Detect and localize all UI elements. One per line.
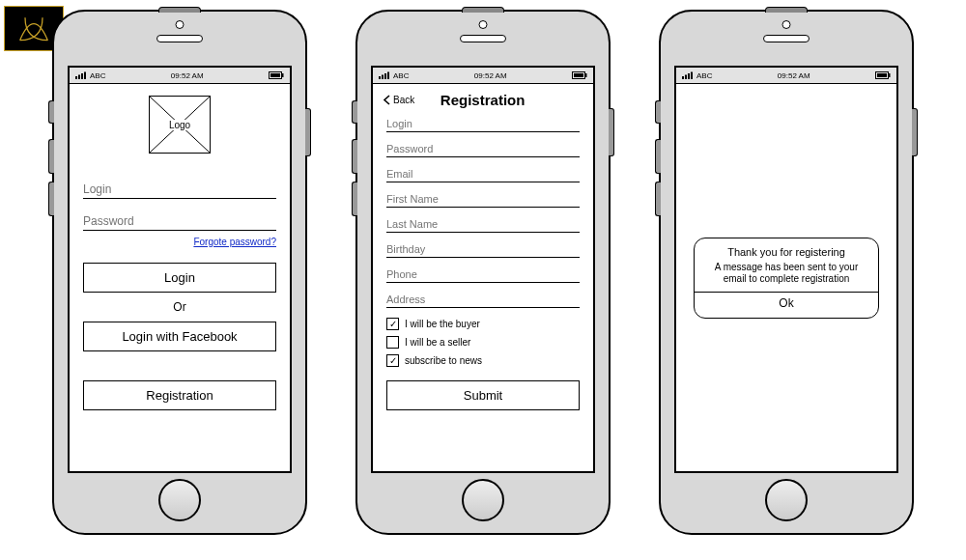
status-bar: ABC 09:52 AM <box>373 68 593 84</box>
dialog-body: A message has been sent to your email to… <box>704 262 868 286</box>
svg-rect-22 <box>889 73 891 77</box>
checkbox-news[interactable]: ✓ subscribe to news <box>386 354 580 367</box>
first-name-field[interactable] <box>386 191 580 208</box>
login-button[interactable]: Login <box>83 263 276 293</box>
mockup-confirmation: ABC 09:52 AM Thank you for registering A… <box>659 10 914 535</box>
dialog-title: Thank you for registering <box>704 246 868 258</box>
confirmation-dialog: Thank you for registering A message has … <box>694 238 879 319</box>
svg-rect-18 <box>688 73 690 79</box>
forgot-password-link[interactable]: Forgote password? <box>193 237 276 247</box>
facebook-login-button[interactable]: Login with Facebook <box>83 322 276 351</box>
checkbox-icon: ✓ <box>386 318 399 330</box>
phone-field[interactable] <box>386 266 580 283</box>
clock-label: 09:52 AM <box>171 71 204 80</box>
battery-icon <box>269 71 284 79</box>
signal-icon <box>75 71 87 79</box>
last-name-field[interactable] <box>386 216 580 233</box>
svg-rect-16 <box>682 76 684 79</box>
login-field[interactable] <box>83 181 276 199</box>
svg-rect-15 <box>585 73 587 77</box>
svg-rect-2 <box>81 73 83 79</box>
address-field[interactable] <box>386 292 580 308</box>
checkbox-seller[interactable]: I will be a seller <box>386 336 580 349</box>
checkbox-label: I will be a seller <box>405 337 470 348</box>
carrier-label: ABC <box>393 71 409 80</box>
clock-label: 09:52 AM <box>778 71 810 80</box>
ok-button[interactable]: Ok <box>695 292 878 310</box>
carrier-label: ABC <box>696 71 712 80</box>
password-field[interactable] <box>386 141 580 157</box>
email-field[interactable] <box>386 166 580 182</box>
status-bar: ABC 09:52 AM <box>676 68 896 84</box>
carrier-label: ABC <box>90 71 105 80</box>
svg-rect-5 <box>270 73 280 77</box>
svg-rect-3 <box>84 72 86 80</box>
checkbox-icon: ✓ <box>386 354 399 367</box>
svg-rect-11 <box>384 73 386 79</box>
svg-rect-17 <box>685 75 687 80</box>
chevron-left-icon <box>383 95 391 105</box>
svg-rect-12 <box>387 72 389 80</box>
submit-button[interactable]: Submit <box>386 380 580 410</box>
or-separator: Or <box>173 300 185 314</box>
registration-button[interactable]: Registration <box>83 380 276 410</box>
svg-rect-9 <box>379 76 381 79</box>
login-field[interactable] <box>386 116 580 132</box>
svg-rect-6 <box>282 73 284 77</box>
battery-icon <box>875 71 891 79</box>
clock-label: 09:52 AM <box>474 71 507 80</box>
svg-rect-1 <box>78 75 80 80</box>
status-bar: ABC 09:52 AM <box>70 68 290 84</box>
battery-icon <box>572 71 587 79</box>
logo-text: Logo <box>167 120 192 130</box>
logo-placeholder: Logo <box>149 96 211 154</box>
svg-rect-10 <box>382 75 384 80</box>
svg-rect-14 <box>574 73 583 77</box>
signal-icon <box>379 71 390 79</box>
mockup-registration: ABC 09:52 AM Back Registration <box>355 10 611 535</box>
page-title: Registration <box>440 92 554 108</box>
svg-rect-0 <box>75 76 77 79</box>
password-field[interactable] <box>83 212 276 231</box>
home-button[interactable] <box>158 479 201 521</box>
svg-rect-21 <box>877 73 887 77</box>
checkbox-buyer[interactable]: ✓ I will be the buyer <box>386 318 580 330</box>
svg-rect-19 <box>691 72 693 80</box>
checkbox-label: I will be the buyer <box>405 319 480 329</box>
back-button[interactable]: Back <box>383 95 414 105</box>
home-button[interactable] <box>462 479 504 521</box>
mockup-login: ABC 09:52 AM Logo For <box>52 10 307 535</box>
checkbox-icon <box>386 336 399 349</box>
back-label: Back <box>393 95 414 105</box>
birthday-field[interactable] <box>386 241 580 258</box>
signal-icon <box>682 71 694 79</box>
home-button[interactable] <box>765 479 808 521</box>
checkbox-label: subscribe to news <box>405 355 482 366</box>
